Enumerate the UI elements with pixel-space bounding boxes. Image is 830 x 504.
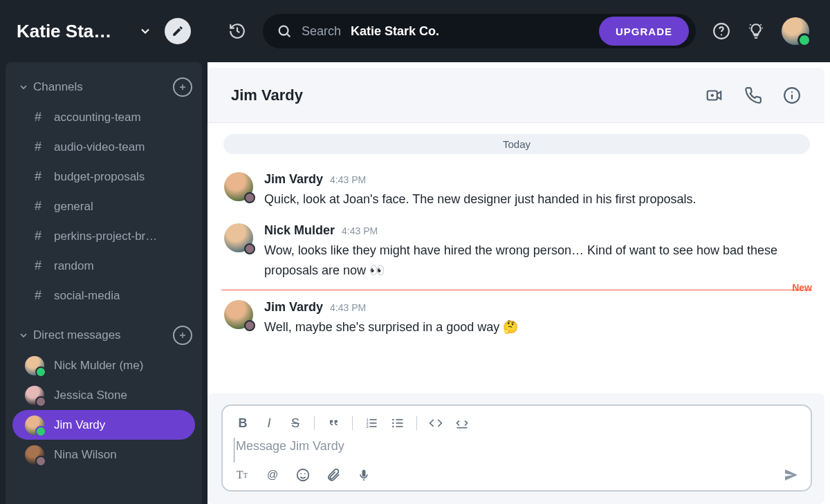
channel-name: social-media: [54, 289, 120, 303]
chevron-down-icon: [18, 330, 33, 341]
message-list[interactable]: Today Jim Vardy 4:43 PM Quick, look at J…: [208, 123, 824, 393]
svg-point-4: [279, 26, 288, 35]
message: Nick Mulder 4:43 PM Wow, looks like they…: [221, 218, 812, 289]
day-divider: Today: [223, 134, 810, 154]
svg-point-24: [392, 422, 394, 424]
dm-name: Nina Wilson: [54, 448, 117, 462]
mention-button[interactable]: @: [264, 467, 281, 483]
code-button[interactable]: [428, 416, 443, 431]
channel-item[interactable]: # audio-video-team: [12, 132, 195, 162]
add-dm-button[interactable]: [173, 326, 192, 345]
hash-icon: #: [32, 259, 44, 273]
hash-icon: #: [32, 110, 44, 124]
history-icon[interactable]: [228, 22, 246, 40]
format-toolbar: B I S 123: [234, 413, 800, 438]
help-icon[interactable]: [712, 22, 730, 40]
quote-button[interactable]: [326, 416, 341, 431]
svg-point-7: [721, 34, 722, 35]
italic-button[interactable]: I: [261, 416, 277, 431]
new-label: New: [792, 282, 812, 293]
bold-button[interactable]: B: [235, 416, 250, 431]
message-text: Wow, looks like they might have hired th…: [264, 241, 809, 281]
channel-item[interactable]: # social-media: [12, 281, 195, 310]
dm-label: Direct messages: [33, 328, 173, 342]
topbar: Search Katie Stark Co. UPGRADE: [208, 0, 830, 62]
workspace-header[interactable]: Katie Sta…: [0, 0, 208, 62]
avatar: [25, 386, 44, 405]
channel-item[interactable]: # budget-proposals: [12, 162, 195, 192]
hash-icon: #: [32, 288, 44, 303]
message-author: Jim Vardy: [264, 172, 323, 187]
send-button[interactable]: [783, 467, 800, 483]
channel-name: random: [54, 259, 94, 273]
svg-text:3: 3: [367, 424, 369, 429]
current-user-avatar[interactable]: [782, 17, 809, 45]
sidebar: Katie Sta… Channels # accounting-team # …: [0, 0, 208, 504]
chevron-down-icon: [18, 82, 33, 93]
avatar: [224, 172, 253, 201]
svg-line-5: [287, 34, 290, 37]
message-text: Well, maybe she's surprised in a good wa…: [264, 317, 809, 337]
message-time: 4:43 PM: [330, 174, 366, 185]
message-time: 4:43 PM: [330, 302, 366, 313]
channel-name: audio-video-team: [54, 140, 145, 154]
info-icon[interactable]: [783, 86, 801, 104]
edit-workspace-button[interactable]: [165, 18, 191, 44]
chevron-down-icon[interactable]: [136, 21, 155, 41]
channels-section-header[interactable]: Channels: [6, 72, 202, 102]
svg-point-28: [300, 473, 302, 474]
channel-item[interactable]: # general: [12, 192, 195, 221]
lightbulb-icon[interactable]: [747, 22, 765, 40]
message-text: Quick, look at Joan's face. The new desi…: [264, 189, 809, 209]
channel-name: general: [54, 200, 93, 214]
bullet-list-button[interactable]: [390, 416, 405, 431]
search-icon: [277, 24, 292, 39]
workspace-name: Katie Sta…: [17, 21, 126, 42]
video-call-icon[interactable]: [706, 86, 723, 104]
dm-section-header[interactable]: Direct messages: [6, 320, 202, 351]
new-messages-divider: New: [221, 290, 812, 290]
sidebar-scroll[interactable]: Channels # accounting-team # audio-video…: [6, 62, 202, 504]
attach-button[interactable]: [325, 467, 342, 483]
search-input[interactable]: Search Katie Stark Co. UPGRADE: [263, 14, 696, 48]
strike-button[interactable]: S: [288, 416, 303, 431]
mic-button[interactable]: [356, 467, 372, 483]
message-author: Jim Vardy: [264, 300, 323, 315]
channel-item[interactable]: # random: [12, 251, 195, 281]
phone-call-icon[interactable]: [744, 86, 762, 104]
hash-icon: #: [32, 229, 44, 243]
message-time: 4:43 PM: [342, 225, 378, 236]
ordered-list-button[interactable]: 123: [364, 416, 379, 431]
search-label: Search: [302, 24, 341, 39]
avatar: [25, 416, 44, 435]
composer-area: B I S 123: [208, 393, 824, 504]
text-format-toggle[interactable]: TT: [234, 467, 250, 483]
avatar: [25, 356, 44, 375]
dm-name: Jim Vardy: [54, 418, 105, 432]
conversation-title: Jim Vardy: [231, 86, 706, 104]
svg-point-25: [392, 426, 394, 428]
channel-name: accounting-team: [54, 111, 141, 124]
channel-name: perkins-project-br…: [54, 230, 157, 243]
search-context: Katie Stark Co.: [351, 24, 439, 39]
message-input[interactable]: Message Jim Vardy: [234, 438, 800, 463]
dm-item[interactable]: Nick Mulder (me): [12, 351, 195, 380]
upgrade-button[interactable]: UPGRADE: [599, 17, 689, 46]
composer[interactable]: B I S 123: [221, 404, 812, 492]
message: Jim Vardy 4:43 PM Quick, look at Joan's …: [221, 167, 812, 218]
composer-actions: TT @: [234, 463, 800, 483]
svg-point-13: [791, 91, 793, 93]
message: Jim Vardy 4:43 PM Well, maybe she's surp…: [221, 295, 812, 346]
avatar: [224, 223, 253, 252]
svg-point-23: [392, 419, 394, 421]
channel-item[interactable]: # perkins-project-br…: [12, 221, 195, 251]
emoji-button[interactable]: [295, 467, 311, 483]
dm-name: Jessica Stone: [54, 389, 127, 402]
dm-item[interactable]: Nina Wilson: [12, 440, 195, 469]
avatar: [224, 300, 253, 329]
dm-item-active[interactable]: Jim Vardy: [12, 410, 195, 440]
dm-item[interactable]: Jessica Stone: [12, 380, 195, 410]
code-block-button[interactable]: [454, 416, 470, 431]
add-channel-button[interactable]: [173, 77, 192, 97]
channel-item[interactable]: # accounting-team: [12, 102, 195, 132]
